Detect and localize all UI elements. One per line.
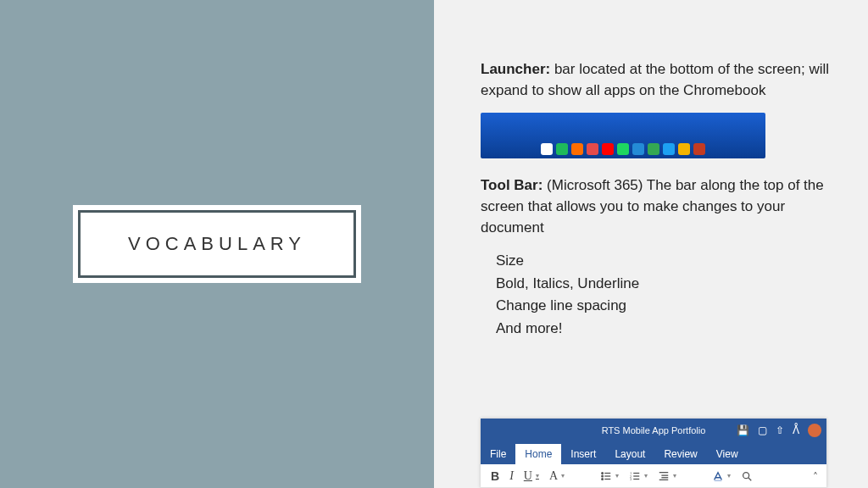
shelf-app4-icon[interactable] [693,143,705,155]
word-ribbon-image: RTS Mobile App Portfolio 💾 ▢ ⇧ ᐰ FileHom… [481,419,826,488]
indent-icon[interactable] [658,470,676,482]
shelf-twitter-icon[interactable] [663,143,675,155]
bullet-formatting: Bold, Italics, Underline [496,273,834,295]
toolbar-bullets: Size Bold, Italics, Underline Change lin… [481,250,834,339]
word-titlebar: RTS Mobile App Portfolio 💾 ▢ ⇧ ᐰ [481,419,826,442]
svg-point-4 [602,478,604,480]
font-button[interactable]: A [549,469,565,483]
word-toolbar: B I U A 123 ˄ [481,464,826,488]
doc-title: RTS Mobile App Portfolio [602,425,706,435]
underline-button[interactable]: U [524,469,539,483]
svg-line-18 [748,477,752,480]
shelf-chrome-icon[interactable] [541,143,553,155]
bold-button[interactable]: B [491,469,499,483]
word-tabs: FileHomeInsertLayoutReviewView [481,442,826,464]
tab-home[interactable]: Home [515,444,561,464]
bullet-spacing: Change line spacing [496,295,834,317]
launcher-term: Launcher: [481,61,550,77]
bullet-more: And more! [496,318,834,340]
styles-icon[interactable] [712,470,731,482]
launcher-definition: Launcher: bar located at the bottom of t… [481,59,834,101]
italic-button[interactable]: I [509,469,514,483]
read-icon[interactable]: ▢ [758,424,767,436]
tab-insert[interactable]: Insert [561,444,605,464]
tab-review[interactable]: Review [654,444,706,464]
svg-point-2 [602,475,604,477]
avatar[interactable] [808,424,821,437]
title-card: VOCABULARY [78,210,356,278]
shelf-app2-icon[interactable] [648,143,659,155]
bullet-size: Size [496,250,834,272]
toolbar-definition: Tool Bar: (Microsoft 365) The bar along … [481,175,834,238]
toolbar-term: Tool Bar: [481,177,542,193]
shelf-play-icon[interactable] [556,143,568,155]
page-title: VOCABULARY [128,233,306,254]
shelf-gmail-icon[interactable] [587,143,598,155]
shelf-app3-icon[interactable] [678,143,690,155]
shelf-app1-icon[interactable] [632,143,644,155]
expand-icon[interactable]: ˄ [813,471,818,483]
svg-point-17 [743,472,749,478]
left-panel: VOCABULARY [0,0,434,488]
share-icon[interactable]: ⇧ [776,424,784,436]
account-icon[interactable]: ᐰ [793,424,799,436]
shelf-files-icon[interactable] [571,143,583,155]
tab-file[interactable]: File [481,444,515,464]
chromebook-shelf-image [481,113,765,158]
tab-layout[interactable]: Layout [605,444,654,464]
search-icon[interactable] [741,470,753,482]
tab-view[interactable]: View [707,444,748,464]
right-panel: Launcher: bar located at the bottom of t… [434,0,868,488]
numbering-icon[interactable]: 123 [629,470,648,482]
svg-point-0 [602,472,604,474]
save-icon[interactable]: 💾 [737,424,749,436]
svg-text:3: 3 [630,477,632,481]
bullets-icon[interactable] [600,470,619,482]
shelf-youtube-icon[interactable] [602,143,614,155]
titlebar-right-icons: 💾 ▢ ⇧ ᐰ [737,424,821,437]
shelf-spotify-icon[interactable] [617,143,629,155]
shelf-icon-row [541,143,705,155]
